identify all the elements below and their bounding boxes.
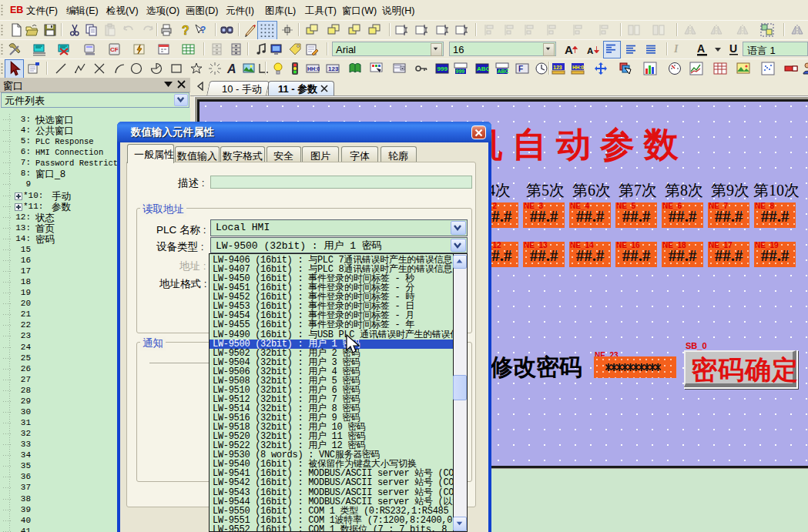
svg-text:999: 999 bbox=[456, 69, 465, 74]
svg-text:ABC: ABC bbox=[477, 65, 489, 72]
svg-text:U: U bbox=[729, 42, 737, 55]
svg-text:999: 999 bbox=[438, 65, 448, 72]
svg-text:A: A bbox=[565, 43, 573, 56]
svg-text:HH:01: HH:01 bbox=[307, 66, 320, 72]
svg-text:A: A bbox=[697, 42, 705, 55]
svg-text:F: F bbox=[518, 65, 523, 73]
svg-text:?: ? bbox=[200, 25, 206, 35]
svg-text:A: A bbox=[587, 46, 593, 55]
svg-text:?: ? bbox=[182, 24, 189, 37]
svg-text:123: 123 bbox=[328, 65, 339, 72]
svg-text:ABC: ABC bbox=[498, 69, 509, 74]
svg-text:123: 123 bbox=[553, 65, 562, 70]
svg-text:CF: CF bbox=[110, 46, 119, 53]
svg-text:A: A bbox=[226, 62, 236, 75]
svg-text:HH:01: HH:01 bbox=[572, 65, 585, 70]
